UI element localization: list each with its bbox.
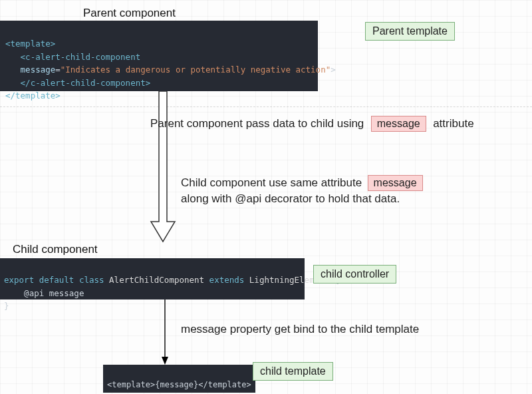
- annotation-bind-template: message property get bind to the child t…: [181, 321, 419, 337]
- separator-line: [0, 106, 532, 107]
- parent-component-title: Parent component: [83, 7, 176, 20]
- child-template-badge: child template: [253, 362, 333, 381]
- message-attribute-badge: message: [368, 175, 423, 191]
- code-token: <template>: [5, 39, 55, 49]
- child-controller-badge: child controller: [313, 265, 396, 284]
- code-token: extends: [209, 275, 245, 285]
- annotation-text: Child component use same attribute: [181, 176, 362, 189]
- annotation-text: along with @api decorator to hold that d…: [181, 191, 513, 207]
- code-token: default: [39, 275, 74, 285]
- annotation-text: attribute: [433, 117, 473, 130]
- child-template-code: <template>{message}</template>: [103, 365, 255, 393]
- code-token: AlertChildComponent: [109, 275, 204, 285]
- code-token: </template>: [5, 91, 61, 100]
- code-token: @api message: [4, 288, 84, 298]
- code-token: export: [4, 275, 34, 285]
- code-token: <c-alert-child-component: [21, 52, 141, 62]
- child-controller-code: export default class AlertChildComponent…: [0, 258, 305, 299]
- parent-template-badge: Parent template: [365, 22, 455, 41]
- message-attribute-badge: message: [371, 116, 426, 132]
- annotation-child-same-attr: Child component use same attribute messa…: [181, 175, 513, 207]
- code-token: message: [21, 65, 56, 75]
- arrow-parent-to-child: [150, 91, 176, 243]
- code-token: "Indicates a dangerous or potentially ne…: [61, 65, 331, 75]
- arrow-controller-to-template: [160, 299, 170, 366]
- child-component-title: Child component: [13, 243, 98, 256]
- parent-template-code: <template> <c-alert-child-component mess…: [0, 21, 318, 91]
- code-token: }: [4, 301, 9, 311]
- annotation-parent-pass: Parent component pass data to child usin…: [150, 116, 474, 132]
- annotation-text: Parent component pass data to child usin…: [150, 117, 364, 130]
- code-token: </c-alert-child-component>: [21, 78, 151, 88]
- code-token: class: [79, 275, 104, 285]
- code-token: <template>{message}</template>: [107, 380, 251, 389]
